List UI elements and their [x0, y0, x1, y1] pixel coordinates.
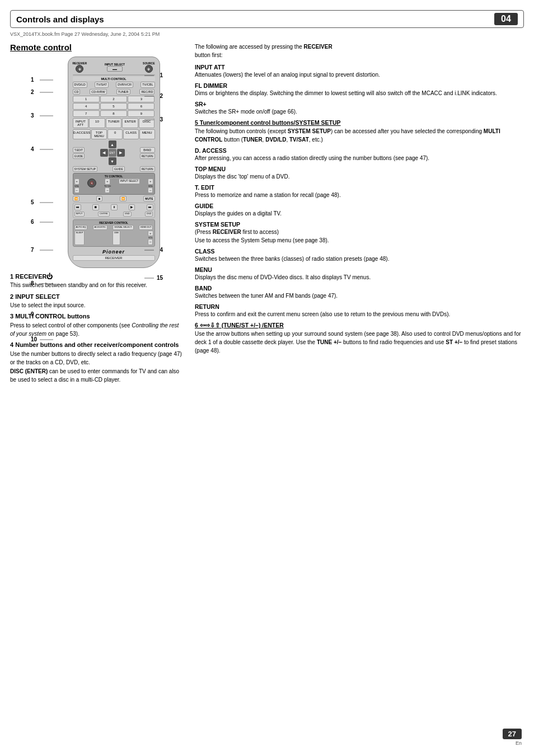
- playback-row2: INPUT CH/TRK END DVD: [74, 212, 153, 217]
- mute-btn[interactable]: MUTE: [143, 196, 154, 201]
- enter-center-btn[interactable]: ENT: [109, 149, 116, 157]
- callout-8: 8: [31, 280, 34, 287]
- vol-plus-btn[interactable]: +: [74, 179, 79, 185]
- return-btn[interactable]: RETURN: [140, 153, 155, 159]
- pause-btn[interactable]: ⏸: [111, 204, 118, 210]
- tv-sat-btn[interactable]: TV/SAT: [95, 82, 109, 88]
- num-7-btn[interactable]: 7: [73, 110, 100, 117]
- num-0-btn[interactable]: 0: [107, 129, 123, 139]
- top-menu-btn[interactable]: TOP MENU: [91, 129, 107, 139]
- menu-input-btn[interactable]: MENU: [139, 129, 155, 139]
- hdmi-out-btn[interactable]: HDMI OUT: [139, 225, 153, 230]
- num-8-btn[interactable]: 8: [100, 110, 127, 117]
- num-3-btn[interactable]: 3: [128, 96, 154, 102]
- remote-top-row: RECEIVER ⏻ INPUT SELECT ▬▬ SOURCE ⏻: [73, 62, 155, 73]
- dvd-ld-btn[interactable]: DVD/LD: [73, 82, 87, 88]
- tuner-btn[interactable]: TUNER: [116, 89, 130, 95]
- receiver-power-btn[interactable]: ⏻: [76, 65, 83, 73]
- left-column: Remote control 1 2 3 4 5 6 7 8 9 10 11 1…: [10, 43, 184, 387]
- tv-vol-minus-btn[interactable]: –: [148, 187, 153, 194]
- num-10-btn[interactable]: 10: [89, 118, 105, 128]
- num-2-btn[interactable]: 2: [100, 96, 127, 102]
- receiver-intro: The following are accessed by pressing t…: [195, 43, 524, 59]
- end-btn[interactable]: END: [123, 212, 131, 217]
- callout-7: 7: [31, 247, 34, 253]
- source-btn[interactable]: ⏻: [145, 65, 153, 73]
- mute-center-btn[interactable]: 🔇: [87, 179, 96, 187]
- cd-btn[interactable]: CD: [73, 89, 81, 95]
- num-5-btn[interactable]: 5: [100, 103, 127, 110]
- item-4: 4 Number buttons and other receiver/comp…: [10, 341, 184, 384]
- vol-minus-btn[interactable]: –: [74, 187, 79, 194]
- receiver-bold: RECEIVER: [304, 44, 332, 50]
- num-4-btn[interactable]: 4: [73, 103, 100, 110]
- d-access-body: After pressing, you can access a radio s…: [195, 154, 524, 162]
- disc-btn[interactable]: DISC: [139, 118, 155, 128]
- cd-rw-btn[interactable]: CD-R/RW: [90, 89, 106, 95]
- input-select-btn[interactable]: ▬▬: [107, 66, 123, 72]
- ff-btn[interactable]: ⏩: [120, 196, 127, 201]
- d-access-btn[interactable]: D.ACCESS: [73, 129, 91, 139]
- arrow-left-btn[interactable]: ◀: [100, 149, 108, 157]
- input-btn[interactable]: INPUT: [74, 212, 85, 217]
- sleep-btn[interactable]: SLEEP: [74, 231, 85, 245]
- system-setup-btn[interactable]: SYSTEM SETUP: [73, 166, 98, 172]
- callout-15: 15: [157, 275, 163, 281]
- ch-plus-btn[interactable]: +: [105, 179, 110, 185]
- t-edit-body: Press to memorize and name a station for…: [195, 191, 524, 199]
- prev-btn[interactable]: ⏮: [74, 204, 81, 210]
- next-btn[interactable]: ⏭: [147, 204, 153, 210]
- input-select2-area: INPUT SELECT: [119, 179, 140, 193]
- playback-row1: ⏮ ⏹ ⏸ ▶ ⏭: [74, 204, 153, 210]
- input-select2-btn[interactable]: INPUT SELECT: [119, 179, 140, 184]
- input-att-btn[interactable]: INPUT ATT: [73, 118, 89, 128]
- tv-ctrl-btns: + VOL – 🔇 + TV CH –: [74, 179, 153, 193]
- class-btn[interactable]: CLASS: [123, 129, 139, 139]
- arrow-up-btn[interactable]: ▲: [109, 140, 116, 148]
- sr-plus-body: Switches the SR+ mode on/off (page 66).: [195, 107, 524, 116]
- system-row: SYSTEM SETUP GUIDE RETURN: [73, 166, 155, 172]
- t-edit-btn[interactable]: T.EDIT: [73, 147, 85, 153]
- tv-cbl-btn[interactable]: TV/CBL: [140, 82, 154, 88]
- play-btn[interactable]: ▶: [129, 204, 135, 210]
- acoustic-btn[interactable]: ACOUSTIC: [93, 225, 108, 230]
- item-2-num: 2: [10, 293, 15, 300]
- rew-btn[interactable]: ⏪: [73, 196, 79, 201]
- tuner-small-btn[interactable]: TUNER: [106, 118, 122, 128]
- rcvr-vol-plus-btn[interactable]: +: [148, 231, 153, 237]
- dvr-vcr-btn[interactable]: DVR/VCR: [116, 82, 133, 88]
- tv-vol-plus-btn[interactable]: +: [148, 179, 153, 185]
- top-menu-title: TOP MENU: [195, 166, 524, 172]
- arrow-right-btn[interactable]: ▶: [117, 149, 125, 157]
- num-9-btn[interactable]: 9: [128, 110, 154, 117]
- num-1-btn[interactable]: 1: [73, 96, 100, 102]
- top-menu-body: Displays the disc 'top' menu of a DVD.: [195, 172, 524, 181]
- signal-sel-btn[interactable]: SIGNAL SELECT: [113, 225, 133, 230]
- dvd-btn[interactable]: DVD: [145, 212, 153, 217]
- stop-btn[interactable]: ⏹: [92, 204, 99, 210]
- guide-btn[interactable]: GUIDE: [73, 153, 85, 159]
- ch-sel-btn[interactable]: CH/TRK: [98, 212, 110, 217]
- return-small-btn[interactable]: RETURN: [140, 166, 155, 172]
- arrow-down-btn[interactable]: ▼: [109, 157, 116, 165]
- dim-btn[interactable]: DIM: [113, 231, 120, 245]
- numbered-items-list: 1 RECEIVER⏻ This switches between standb…: [10, 273, 184, 384]
- rec-rd-btn[interactable]: REC/RD: [139, 89, 154, 95]
- callout-6: 6: [31, 219, 34, 225]
- rec-btn[interactable]: ⏺: [96, 196, 102, 201]
- feature-sr-plus: SR+ Switches the SR+ mode on/off (page 6…: [195, 101, 524, 116]
- band-btn[interactable]: BAND: [140, 147, 155, 153]
- rcvr-vol-minus-btn[interactable]: –: [148, 239, 153, 245]
- page-lang: En: [516, 740, 522, 746]
- item-1-title: RECEIVER⏻: [15, 273, 53, 280]
- num-6-btn[interactable]: 6: [128, 103, 154, 110]
- guide-body: Displays the guides on a digital TV.: [195, 209, 524, 218]
- auto-eq-btn[interactable]: AUTO EQ: [74, 225, 88, 230]
- file-info: VSX_2014TX.book.fm Page 27 Wednesday, Ju…: [10, 31, 524, 37]
- ch-minus-btn[interactable]: –: [105, 187, 110, 194]
- enter-btn[interactable]: ENTER: [122, 118, 138, 128]
- callout-3: 3: [31, 112, 34, 119]
- callout-5: 5: [31, 199, 34, 205]
- feature-guide: GUIDE Displays the guides on a digital T…: [195, 203, 524, 218]
- guide-small-btn[interactable]: GUIDE: [113, 166, 125, 172]
